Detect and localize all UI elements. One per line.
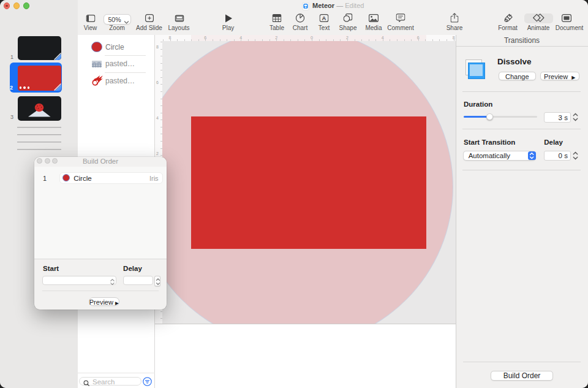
svg-text:A: A — [322, 15, 326, 21]
